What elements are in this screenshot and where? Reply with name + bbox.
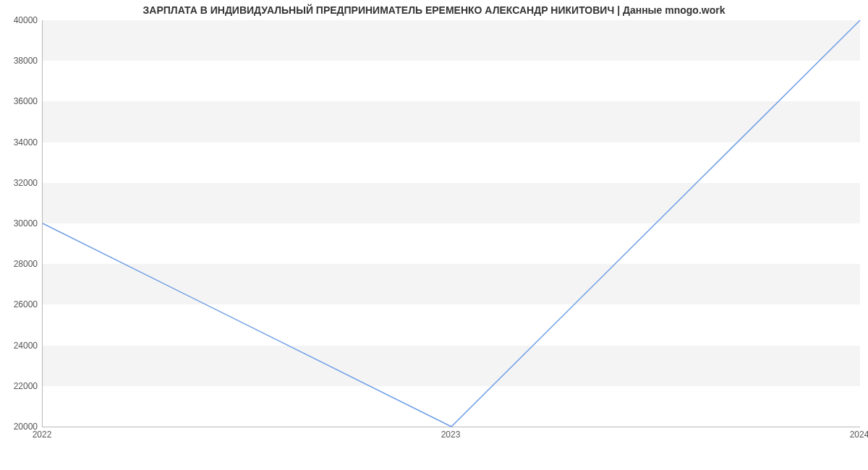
- y-tick-label: 28000: [14, 259, 38, 269]
- chart-title: ЗАРПЛАТА В ИНДИВИДУАЛЬНЫЙ ПРЕДПРИНИМАТЕЛ…: [0, 4, 868, 16]
- y-tick-label: 38000: [14, 56, 38, 66]
- x-tick-label: 2024: [850, 430, 868, 440]
- y-tick-label: 36000: [14, 96, 38, 106]
- y-tick-label: 26000: [14, 299, 38, 309]
- y-tick-label: 34000: [14, 137, 38, 148]
- x-tick-label: 2023: [441, 430, 461, 440]
- y-tick-label: 30000: [14, 218, 38, 228]
- plot-area: [42, 20, 860, 427]
- x-tick-label: 2022: [33, 430, 52, 440]
- series-line: [43, 20, 860, 427]
- y-tick-label: 22000: [14, 381, 38, 391]
- y-tick-label: 40000: [14, 15, 38, 25]
- y-tick-label: 24000: [14, 341, 38, 351]
- y-tick-label: 32000: [14, 178, 38, 188]
